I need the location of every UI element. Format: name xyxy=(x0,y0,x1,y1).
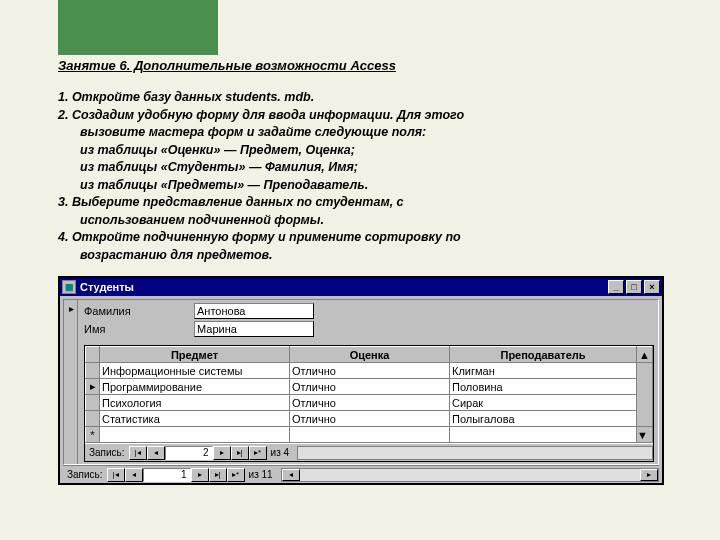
row-selector[interactable] xyxy=(86,395,100,411)
cell-teacher[interactable]: Половина xyxy=(450,379,637,395)
nav-new-button[interactable]: ▸* xyxy=(227,468,245,482)
outer-hscroll[interactable]: ◂ ▸ xyxy=(281,468,659,482)
cell-subject[interactable]: Информационные системы xyxy=(100,363,290,379)
cell-grade[interactable]: Отлично xyxy=(290,411,450,427)
nav-label: Запись: xyxy=(85,447,129,458)
subform-datasheet: Предмет Оценка Преподаватель ▲ Информаци… xyxy=(84,345,654,462)
instr-line: 2. Создадим удобную форму для ввода инфо… xyxy=(58,107,672,125)
cell-teacher[interactable]: Клигман xyxy=(450,363,637,379)
col-subject[interactable]: Предмет xyxy=(100,347,290,363)
field-name[interactable]: Марина xyxy=(194,321,314,337)
access-form-window: ▦ Студенты _ □ × ▸ Фамилия Антонова Имя xyxy=(58,276,664,485)
label-name: Имя xyxy=(84,323,194,335)
scrollbar-track[interactable] xyxy=(637,363,653,427)
nav-label: Запись: xyxy=(63,469,107,480)
table-row: ▸ Программирование Отлично Половина xyxy=(86,379,653,395)
cell-grade[interactable]: Отлично xyxy=(290,363,450,379)
instr-line: из таблицы «Оценки» — Предмет, Оценка; xyxy=(58,142,672,160)
col-grade[interactable]: Оценка xyxy=(290,347,450,363)
table-row: Психология Отлично Сирак xyxy=(86,395,653,411)
nav-first-button[interactable]: |◂ xyxy=(107,468,125,482)
cell-subject[interactable]: Программирование xyxy=(100,379,290,395)
nav-current[interactable]: 1 xyxy=(143,468,191,482)
nav-last-button[interactable]: ▸| xyxy=(209,468,227,482)
row-selector[interactable]: ▸ xyxy=(86,379,100,395)
instr-line: использованием подчиненной формы. xyxy=(58,212,672,230)
select-all-cell[interactable] xyxy=(86,347,100,363)
instr-line: вызовите мастера форм и задайте следующи… xyxy=(58,124,672,142)
instr-line: из таблицы «Предметы» — Преподаватель. xyxy=(58,177,672,195)
cell-grade[interactable]: Отлично xyxy=(290,395,450,411)
decorative-block xyxy=(58,0,218,55)
hscroll-right-button[interactable]: ▸ xyxy=(640,469,658,481)
minimize-button[interactable]: _ xyxy=(608,280,624,294)
scroll-down-button[interactable]: ▼ xyxy=(637,427,653,443)
instr-line: 4. Откройте подчиненную форму и применит… xyxy=(58,229,672,247)
close-button[interactable]: × xyxy=(644,280,660,294)
col-teacher[interactable]: Преподаватель xyxy=(450,347,637,363)
instr-line: 3. Выберите представление данных по студ… xyxy=(58,194,672,212)
maximize-button[interactable]: □ xyxy=(626,280,642,294)
nav-first-button[interactable]: |◂ xyxy=(129,446,147,460)
form-detail: ▸ Фамилия Антонова Имя Марина xyxy=(63,299,659,465)
table-row: Информационные системы Отлично Клигман xyxy=(86,363,653,379)
row-selector[interactable] xyxy=(86,411,100,427)
record-selector[interactable]: ▸ xyxy=(64,300,78,464)
nav-next-button[interactable]: ▸ xyxy=(213,446,231,460)
nav-last-button[interactable]: ▸| xyxy=(231,446,249,460)
subform-record-nav: Запись: |◂ ◂ 2 ▸ ▸| ▸* из 4 xyxy=(85,443,653,461)
nav-new-button[interactable]: ▸* xyxy=(249,446,267,460)
cell-grade[interactable]: Отлично xyxy=(290,379,450,395)
instr-line: возрастанию для предметов. xyxy=(58,247,672,265)
table-row: Статистика Отлично Полыгалова xyxy=(86,411,653,427)
nav-next-button[interactable]: ▸ xyxy=(191,468,209,482)
instr-line: 1. Откройте базу данных students. mdb. xyxy=(58,89,672,107)
subform-hscroll[interactable] xyxy=(297,446,653,460)
cell-teacher[interactable]: Полыгалова xyxy=(450,411,637,427)
cell-teacher[interactable]: Сирак xyxy=(450,395,637,411)
page-title: Занятие 6. Дополнительные возможности Ac… xyxy=(58,58,672,73)
scroll-up-button[interactable]: ▲ xyxy=(637,347,653,363)
field-surname[interactable]: Антонова xyxy=(194,303,314,319)
nav-current[interactable]: 2 xyxy=(165,446,213,460)
new-record-icon[interactable]: * xyxy=(86,427,100,443)
cell-subject[interactable]: Статистика xyxy=(100,411,290,427)
hscroll-left-button[interactable]: ◂ xyxy=(282,469,300,481)
new-record-row: * ▼ xyxy=(86,427,653,443)
nav-prev-button[interactable]: ◂ xyxy=(147,446,165,460)
instructions: 1. Откройте базу данных students. mdb. 2… xyxy=(58,89,672,264)
nav-prev-button[interactable]: ◂ xyxy=(125,468,143,482)
row-selector[interactable] xyxy=(86,363,100,379)
outer-record-nav: Запись: |◂ ◂ 1 ▸ ▸| ▸* из 11 ◂ ▸ xyxy=(63,465,659,483)
window-title: Студенты xyxy=(80,281,134,293)
form-icon: ▦ xyxy=(62,280,76,294)
cell-subject[interactable]: Психология xyxy=(100,395,290,411)
label-surname: Фамилия xyxy=(84,305,194,317)
instr-line: из таблицы «Студенты» — Фамилия, Имя; xyxy=(58,159,672,177)
titlebar[interactable]: ▦ Студенты _ □ × xyxy=(60,278,662,296)
current-record-icon: ▸ xyxy=(65,302,77,314)
